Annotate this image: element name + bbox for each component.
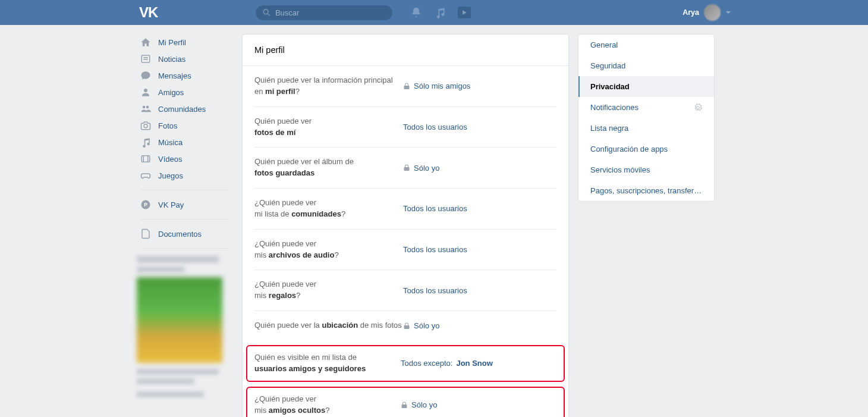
search-input[interactable] bbox=[275, 8, 385, 17]
lock-icon bbox=[401, 402, 408, 409]
svg-point-0 bbox=[264, 10, 269, 14]
doc-icon bbox=[140, 228, 151, 239]
chevron-down-icon bbox=[725, 10, 731, 15]
lock-icon bbox=[403, 164, 410, 171]
row-value[interactable]: Sólo mis amigos bbox=[403, 81, 556, 90]
svg-point-5 bbox=[144, 89, 147, 92]
row-label: ¿Quién puede vermi lista de comunidades? bbox=[254, 197, 403, 220]
search-icon bbox=[263, 8, 271, 17]
left-sidebar: Mi Perfil Noticias Mensajes Amigos Comun… bbox=[137, 34, 233, 401]
nav-music[interactable]: Música bbox=[137, 134, 233, 151]
svg-line-1 bbox=[268, 14, 271, 16]
row-label: Quién puede ver la información principal… bbox=[254, 75, 403, 98]
row-value[interactable]: Todos los usuarios bbox=[403, 286, 556, 295]
privacy-row: Quién puede ver la ubicación de mis foto… bbox=[254, 311, 556, 340]
settings-nav-apps[interactable]: Configuración de apps bbox=[578, 139, 714, 159]
nav-docs[interactable]: Documentos bbox=[137, 225, 233, 242]
privacy-row: ¿Quién puede vermis archivos de audio? T… bbox=[254, 229, 556, 270]
privacy-row: ¿Quién puede vermi lista de comunidades?… bbox=[254, 188, 556, 229]
privacy-row: Quién puede verfotos de mí Todos los usu… bbox=[254, 106, 556, 148]
row-label: ¿Quién puede vermis amigos ocultos? bbox=[254, 394, 401, 416]
avatar bbox=[704, 4, 721, 21]
settings-nav-privacy[interactable]: Privacidad bbox=[578, 76, 714, 97]
video-icon[interactable] bbox=[458, 7, 471, 18]
settings-nav-general[interactable]: General bbox=[578, 35, 714, 55]
search-container[interactable] bbox=[256, 5, 392, 20]
nav-vkpay[interactable]: PVK Pay bbox=[137, 196, 233, 213]
row-value[interactable]: Sólo yo bbox=[403, 321, 556, 330]
film-icon bbox=[140, 153, 151, 164]
nav-messages[interactable]: Mensajes bbox=[137, 67, 233, 84]
sidebar-ad-section bbox=[137, 256, 233, 397]
row-value[interactable]: Todos los usuarios bbox=[403, 245, 556, 254]
pay-icon: P bbox=[140, 199, 151, 210]
person-icon bbox=[140, 87, 151, 98]
music-nav-icon bbox=[140, 137, 151, 148]
settings-nav: General Seguridad Privacidad Notificacio… bbox=[578, 34, 715, 202]
row-value[interactable]: Todos los usuarios bbox=[403, 204, 556, 213]
gear-icon[interactable] bbox=[694, 104, 702, 112]
row-value[interactable]: Todos excepto: Jon Snow bbox=[401, 359, 556, 368]
nav-photos[interactable]: Fotos bbox=[137, 117, 233, 134]
svg-text:P: P bbox=[144, 202, 147, 208]
nav-profile[interactable]: Mi Perfil bbox=[137, 34, 233, 51]
news-icon bbox=[140, 54, 151, 64]
groups-icon bbox=[140, 104, 151, 114]
settings-panel: Mi perfil Quién puede ver la información… bbox=[242, 34, 569, 417]
bell-icon[interactable] bbox=[410, 7, 422, 18]
row-label: Quién puede verfotos de mí bbox=[254, 116, 403, 139]
music-icon[interactable] bbox=[434, 7, 446, 18]
settings-nav-blacklist[interactable]: Lista negra bbox=[578, 118, 714, 139]
row-label: ¿Quién puede vermis archivos de audio? bbox=[254, 239, 403, 261]
privacy-row-highlighted: ¿Quién puede vermis amigos ocultos? Sólo… bbox=[246, 387, 565, 417]
chat-icon bbox=[140, 70, 151, 81]
nav-news[interactable]: Noticias bbox=[137, 51, 233, 67]
row-value[interactable]: Todos los usuarios bbox=[403, 123, 556, 131]
privacy-row: Quién puede ver el álbum defotos guardad… bbox=[254, 147, 556, 188]
page-title: Mi perfil bbox=[243, 35, 568, 66]
row-value[interactable]: Sólo yo bbox=[403, 164, 556, 173]
vk-logo[interactable]: VK bbox=[139, 4, 158, 21]
row-label: Quién puede ver la ubicación de mis foto… bbox=[254, 320, 403, 331]
lock-icon bbox=[403, 322, 410, 330]
settings-nav-mobile[interactable]: Servicios móviles bbox=[578, 159, 714, 180]
svg-point-8 bbox=[144, 124, 147, 128]
svg-point-6 bbox=[143, 106, 146, 109]
row-label: ¿Quién puede vermis regalos? bbox=[254, 279, 403, 302]
svg-rect-9 bbox=[141, 156, 150, 162]
settings-nav-payments[interactable]: Pagos, suscripciones, transferencias bbox=[578, 180, 714, 201]
nav-communities[interactable]: Comunidades bbox=[137, 101, 233, 117]
gamepad-icon bbox=[140, 170, 151, 181]
home-icon bbox=[140, 37, 151, 48]
privacy-row-highlighted: Quién es visible en mi lista deusuarios … bbox=[246, 345, 565, 382]
user-name: Arya bbox=[683, 8, 699, 17]
row-value[interactable]: Sólo yo bbox=[401, 400, 556, 409]
privacy-row: ¿Quién puede vermis regalos? Todos los u… bbox=[254, 269, 556, 311]
settings-nav-notifications[interactable]: Notificaciones bbox=[578, 97, 714, 118]
svg-point-7 bbox=[146, 106, 149, 109]
nav-games[interactable]: Juegos bbox=[137, 167, 233, 184]
nav-videos[interactable]: Vídeos bbox=[137, 151, 233, 167]
user-menu[interactable]: Arya bbox=[683, 4, 731, 21]
lock-icon bbox=[403, 83, 410, 90]
settings-nav-security[interactable]: Seguridad bbox=[578, 55, 714, 76]
nav-friends[interactable]: Amigos bbox=[137, 84, 233, 101]
row-label: Quién es visible en mi lista deusuarios … bbox=[254, 352, 401, 375]
privacy-row: Quién puede ver la información principal… bbox=[254, 66, 556, 106]
camera-icon bbox=[140, 120, 151, 131]
top-header: VK Arya bbox=[0, 0, 868, 25]
row-label: Quién puede ver el álbum defotos guardad… bbox=[254, 156, 403, 179]
